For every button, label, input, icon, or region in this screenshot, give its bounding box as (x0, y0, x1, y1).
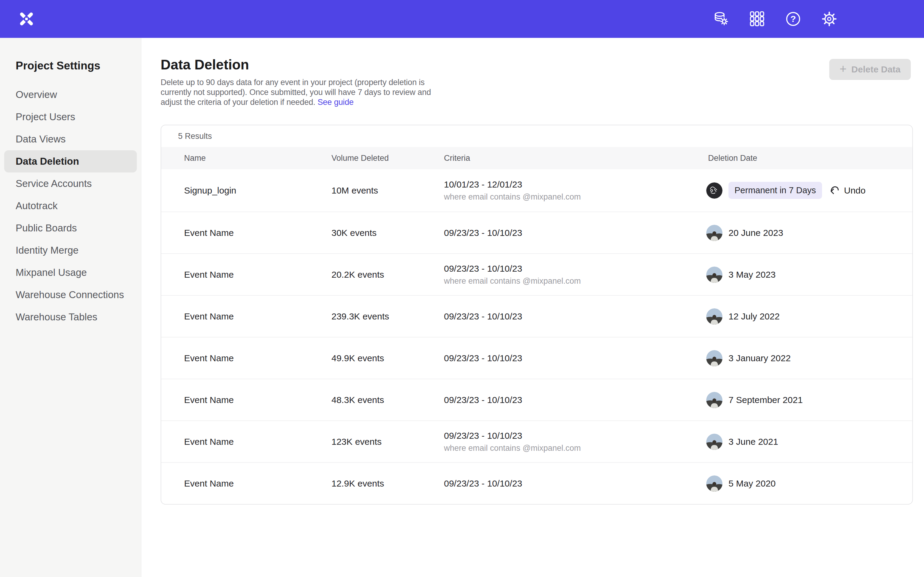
delete-data-button[interactable]: + Delete Data (829, 59, 911, 80)
deletion-date-text: 3 January 2022 (729, 353, 791, 363)
settings-gear-icon[interactable] (821, 11, 837, 27)
sidebar-item-mixpanel-usage[interactable]: Mixpanel Usage (0, 261, 141, 284)
sidebar-item-warehouse-connections[interactable]: Warehouse Connections (0, 284, 141, 306)
volume-deleted-cell: 12.9K events (331, 463, 384, 504)
page-description-text: Delete up to 90 days data for any event … (161, 78, 431, 107)
volume-deleted-cell: 123K events (331, 421, 382, 462)
delete-data-button-label: Delete Data (851, 64, 901, 74)
page-title: Data Deletion (161, 56, 249, 73)
sidebar-item-warehouse-tables[interactable]: Warehouse Tables (0, 306, 141, 328)
column-header-volume-deleted: Volume Deleted (331, 147, 389, 169)
sidebar-item-service-accounts[interactable]: Service Accounts (0, 172, 141, 195)
svg-text:?: ? (790, 14, 796, 24)
deletion-date-text: 3 May 2023 (729, 269, 776, 280)
event-name-cell: Event Name (184, 296, 234, 337)
table-row: Event Name49.9K events09/23/23 - 10/10/2… (161, 337, 912, 379)
sidebar-item-public-boards[interactable]: Public Boards (0, 217, 141, 239)
sidebar-item-data-deletion[interactable]: Data Deletion (4, 150, 137, 172)
event-name-cell: Event Name (184, 463, 234, 504)
undo-button[interactable]: Undo (829, 169, 866, 211)
table-body: Signup_login10M events10/01/23 - 12/01/2… (161, 169, 912, 504)
event-name-cell: Event Name (184, 212, 234, 253)
event-name-cell: Signup_login (184, 169, 236, 211)
deletion-date-cell: 7 September 2021 (706, 379, 803, 421)
deletion-date-cell: Permanent in 7 Days (706, 169, 822, 211)
data-management-icon[interactable] (713, 11, 729, 27)
criteria-cell: 09/23/23 - 10/10/23where email contains … (444, 254, 581, 295)
table-row: Event Name20.2K events09/23/23 - 10/10/2… (161, 253, 912, 295)
table-row: Event Name48.3K events09/23/23 - 10/10/2… (161, 379, 912, 421)
volume-deleted-cell: 239.3K events (331, 296, 389, 337)
volume-deleted-cell: 20.2K events (331, 254, 384, 295)
event-name-cell: Event Name (184, 421, 234, 462)
criteria-date-range: 10/01/23 - 12/01/23 (444, 179, 522, 190)
main-content: Data Deletion Delete up to 90 days data … (141, 38, 924, 577)
criteria-cell: 09/23/23 - 10/10/23 (444, 296, 522, 337)
table-row: Event Name239.3K events09/23/23 - 10/10/… (161, 295, 912, 337)
deletion-date-text: 3 June 2021 (729, 437, 778, 447)
volume-deleted-cell: 49.9K events (331, 337, 384, 379)
deletion-date-cell: 5 May 2020 (706, 463, 776, 504)
deletion-date-cell: 12 July 2022 (706, 296, 780, 337)
undo-icon (829, 184, 840, 197)
user-avatar (706, 182, 722, 199)
sidebar-item-identity-merge[interactable]: Identity Merge (0, 239, 141, 261)
criteria-cell: 09/23/23 - 10/10/23 (444, 379, 522, 421)
deletion-date-text: 5 May 2020 (729, 479, 776, 488)
criteria-date-range: 09/23/23 - 10/10/23 (444, 479, 522, 488)
deletion-date-cell: 20 June 2023 (706, 212, 783, 253)
status-badge: Permanent in 7 Days (729, 182, 822, 199)
deletion-date-cell: 3 May 2023 (706, 254, 776, 295)
top-nav-bar: ? (0, 0, 924, 38)
sidebar-item-data-views[interactable]: Data Views (0, 128, 141, 150)
column-header-criteria: Criteria (444, 147, 470, 169)
criteria-where-clause: where email contains @mixpanel.com (444, 276, 581, 286)
help-icon[interactable]: ? (785, 11, 801, 27)
criteria-where-clause: where email contains @mixpanel.com (444, 443, 581, 453)
table-row: Event Name12.9K events09/23/23 - 10/10/2… (161, 462, 912, 504)
table-row: Signup_login10M events10/01/23 - 12/01/2… (161, 169, 912, 211)
topbar-icon-group: ? (713, 11, 837, 27)
table-row: Event Name123K events09/23/23 - 10/10/23… (161, 421, 912, 462)
mixpanel-logo-icon[interactable] (19, 12, 34, 26)
volume-deleted-cell: 48.3K events (331, 379, 384, 421)
user-avatar (706, 475, 722, 492)
criteria-cell: 09/23/23 - 10/10/23 (444, 463, 522, 504)
sidebar-item-autotrack[interactable]: Autotrack (0, 195, 141, 217)
deletion-date-text: 12 July 2022 (729, 311, 780, 322)
sidebar-title: Project Settings (16, 60, 141, 72)
user-avatar (706, 392, 722, 408)
user-avatar (706, 267, 722, 283)
criteria-date-range: 09/23/23 - 10/10/23 (444, 430, 522, 441)
criteria-cell: 09/23/23 - 10/10/23 (444, 212, 522, 253)
criteria-cell: 10/01/23 - 12/01/23where email contains … (444, 169, 581, 211)
sidebar-item-project-users[interactable]: Project Users (0, 106, 141, 128)
criteria-date-range: 09/23/23 - 10/10/23 (444, 353, 522, 363)
user-avatar (706, 225, 722, 241)
volume-deleted-cell: 10M events (331, 169, 378, 211)
deletion-table-card: 5 Results NameVolume DeletedCriteriaDele… (161, 125, 913, 504)
column-header-name: Name (184, 147, 206, 169)
deletion-date-text: 7 September 2021 (729, 395, 803, 405)
table-row: Event Name30K events09/23/23 - 10/10/232… (161, 211, 912, 253)
results-count: 5 Results (161, 125, 912, 147)
criteria-date-range: 09/23/23 - 10/10/23 (444, 228, 522, 238)
criteria-cell: 09/23/23 - 10/10/23where email contains … (444, 421, 581, 462)
sidebar: Project Settings OverviewProject UsersDa… (0, 38, 141, 577)
criteria-date-range: 09/23/23 - 10/10/23 (444, 311, 522, 322)
see-guide-link[interactable]: See guide (318, 98, 354, 107)
sidebar-item-overview[interactable]: Overview (0, 84, 141, 106)
deletion-date-cell: 3 June 2021 (706, 421, 778, 462)
event-name-cell: Event Name (184, 254, 234, 295)
volume-deleted-cell: 30K events (331, 212, 376, 253)
plus-icon: + (840, 63, 846, 75)
column-header-deletion-date: Deletion Date (708, 147, 758, 169)
criteria-date-range: 09/23/23 - 10/10/23 (444, 264, 522, 274)
event-name-cell: Event Name (184, 337, 234, 379)
page-description: Delete up to 90 days data for any event … (161, 77, 439, 107)
criteria-cell: 09/23/23 - 10/10/23 (444, 337, 522, 379)
deletion-date-text: 20 June 2023 (729, 228, 783, 238)
user-avatar (706, 308, 722, 324)
apps-grid-icon[interactable] (749, 11, 765, 27)
table-header-row: NameVolume DeletedCriteriaDeletion Date (161, 147, 912, 169)
